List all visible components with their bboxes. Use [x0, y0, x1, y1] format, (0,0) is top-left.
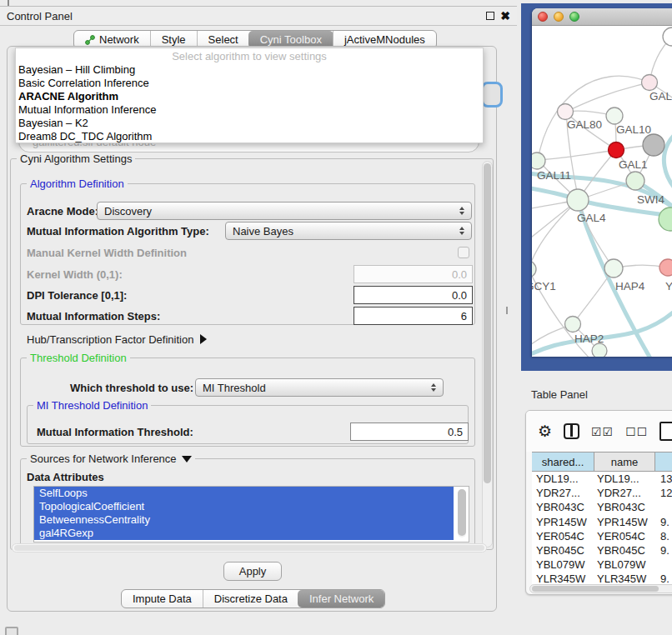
node-gcy1[interactable] [532, 261, 536, 278]
table-cell: 8. [655, 530, 672, 542]
combo-stepper-icon [459, 227, 464, 235]
kernel-width-field[interactable]: 0.0 [354, 265, 473, 283]
node-gal4[interactable] [567, 189, 589, 211]
window-zoom-traffic-icon[interactable] [569, 12, 579, 22]
network-tab-icon [85, 35, 95, 45]
table-row[interactable]: YPR145WYPR145W9. [532, 515, 672, 529]
window-minimize-traffic-icon[interactable] [554, 12, 564, 22]
column-header-shared[interactable]: shared... [532, 452, 594, 471]
node-swi4[interactable] [659, 208, 672, 231]
table-row[interactable]: YLR345WYLR345W9. [532, 572, 672, 584]
node-hap4[interactable] [604, 259, 623, 278]
cyni-algorithm-settings-title: Cyni Algorithm Settings [17, 152, 135, 165]
hub-definition-toggle[interactable]: Hub/Transcription Factor Definition [27, 333, 207, 346]
list-item[interactable]: BetweennessCentrality [34, 513, 454, 527]
column-header-partial[interactable] [655, 452, 672, 471]
mouse-cursor [504, 307, 510, 314]
unchecked-checkboxes-icon[interactable]: ☐☐ [625, 425, 648, 438]
mi-threshold-field[interactable]: 0.5 [350, 422, 469, 441]
table-cell: YER054C [594, 530, 655, 542]
table-cell: YBR043C [532, 501, 594, 513]
node-gal11[interactable] [532, 152, 545, 169]
sources-group-title[interactable]: Sources for Network Inference [27, 452, 195, 465]
node-gray[interactable] [643, 134, 664, 156]
tab-infer-network[interactable]: Infer Network [298, 590, 385, 608]
column-header-name[interactable]: name [594, 452, 655, 471]
checked-checkboxes-icon[interactable]: ☑☑ [591, 425, 614, 438]
node-gal10[interactable] [606, 108, 623, 124]
close-panel-icon[interactable]: ✖ [500, 12, 510, 20]
table-row[interactable]: YBL079WYBL079W [532, 558, 672, 572]
node-label: SWI4 [637, 193, 664, 206]
algorithm-option[interactable]: Mutual Information Inference [16, 103, 483, 117]
tab-network-label: Network [99, 33, 139, 46]
node-label: HAP2 [574, 332, 604, 345]
kernel-width-value: 0.0 [452, 268, 467, 281]
manual-kernel-width-checkbox[interactable] [458, 247, 469, 258]
table-horizontal-scrollbar[interactable] [529, 584, 672, 593]
node-bottom-partial[interactable] [592, 343, 607, 357]
tab-jactivemnodules-label: jActiveMNodules [344, 33, 425, 46]
tab-discretize-data[interactable]: Discretize Data [203, 590, 298, 608]
document-icon[interactable] [659, 422, 672, 441]
table-cell: YPR145W [594, 516, 655, 528]
tab-infer-network-label: Infer Network [309, 592, 374, 605]
table-cell: YBR043C [594, 501, 655, 513]
table-cell: YBR045C [594, 544, 655, 557]
mi-algorithm-type-label: Mutual Information Algorithm Type: [27, 225, 209, 238]
table-row[interactable]: YDL19...YDL19...13 [532, 472, 672, 486]
algorithm-option[interactable]: Dream8 DC_TDC Algorithm [16, 130, 483, 143]
control-panel-titlebar: Control Panel ✖ [0, 6, 517, 26]
node-gal80[interactable] [558, 104, 574, 120]
table-row[interactable]: YBR043CYBR043C [532, 500, 672, 514]
manual-kernel-width-label: Manual Kernel Width Definition [27, 247, 187, 259]
settings-vertical-scrollbar[interactable] [482, 161, 493, 548]
node-gal-partial[interactable] [642, 75, 658, 91]
mi-threshold-definition-title: MI Threshold Definition [33, 399, 151, 412]
table-cell: 12 [655, 487, 672, 499]
which-threshold-combo[interactable]: MI Threshold [195, 378, 444, 397]
data-attributes-label: Data Attributes [27, 471, 104, 483]
node-hap2[interactable] [565, 317, 581, 332]
columns-icon[interactable] [564, 423, 579, 439]
list-item[interactable]: gal4RGexp [34, 527, 454, 540]
node-salmon[interactable] [659, 259, 672, 276]
bottom-left-panel-icon[interactable] [5, 627, 18, 635]
node-label: GAL [649, 90, 672, 102]
float-panel-icon[interactable] [486, 12, 494, 20]
dpi-tolerance-field[interactable]: 0.0 [354, 286, 473, 304]
inference-algorithm-combo-fragment[interactable] [481, 82, 503, 108]
table-row[interactable]: YDR27...YDR27...12 [532, 486, 672, 500]
mi-steps-field[interactable]: 6 [354, 307, 473, 325]
kernel-width-label: Kernel Width (0,1): [27, 268, 123, 281]
apply-button[interactable]: Apply [223, 562, 282, 581]
network-canvas[interactable]: GAL GAL80 GAL10 GAL1 GAL11 SWI4 GAL4 GCY… [532, 26, 672, 357]
algorithm-option[interactable]: Bayesian – Hill Climbing [16, 63, 483, 77]
gear-icon[interactable]: ⚙ [538, 423, 552, 439]
table-row[interactable]: YER054CYER054C8. [532, 529, 672, 543]
tab-impute-data[interactable]: Impute Data [122, 590, 203, 608]
combo-stepper-icon [431, 383, 436, 392]
table-row[interactable]: YBR045CYBR045C9. [532, 543, 672, 558]
threshold-definition-title: Threshold Definition [27, 352, 130, 364]
node-label: GAL10 [616, 123, 651, 136]
settings-horizontal-scrollbar[interactable] [12, 543, 487, 552]
window-close-traffic-icon[interactable] [538, 12, 548, 22]
mi-algorithm-type-combo[interactable]: Naive Bayes [225, 222, 472, 240]
table-cell: YLR345W [532, 572, 594, 584]
node-unlabeled[interactable] [663, 28, 672, 46]
aracne-mode-combo[interactable]: Discovery [97, 202, 472, 220]
control-panel-title: Control Panel [7, 10, 73, 22]
algorithm-option[interactable]: Basic Correlation Inference [16, 77, 483, 90]
node-red-selected[interactable] [609, 142, 624, 158]
collapsed-arrow-icon [200, 334, 207, 344]
list-item[interactable]: SelfLoops [34, 487, 454, 500]
network-window[interactable]: GAL GAL80 GAL10 GAL1 GAL11 SWI4 GAL4 GCY… [532, 8, 672, 357]
data-attributes-list[interactable]: SelfLoops TopologicalCoefficient Between… [33, 486, 469, 542]
algorithm-option[interactable]: Bayesian – K2 [16, 117, 483, 130]
list-item[interactable]: TopologicalCoefficient [34, 500, 454, 513]
node-gal1[interactable] [626, 172, 644, 190]
algorithm-option-selected[interactable]: ARACNE Algorithm [16, 90, 483, 103]
list-scrollbar[interactable] [458, 489, 466, 538]
tab-style-label: Style [162, 33, 186, 46]
